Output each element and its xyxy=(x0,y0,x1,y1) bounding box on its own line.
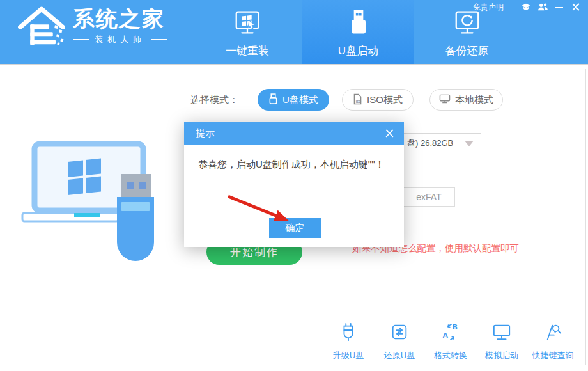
close-icon[interactable] xyxy=(383,127,395,139)
mode-label: U盘模式 xyxy=(282,94,318,106)
graduation-cap-icon[interactable] xyxy=(520,1,532,13)
format-convert-icon: A B xyxy=(441,322,460,344)
format-option-exfat[interactable]: exFAT xyxy=(403,187,455,207)
titlebar-controls: 免责声明 xyxy=(473,0,588,14)
tab-usb-boot[interactable]: U盘启动 xyxy=(302,0,414,64)
tool-hotkey-query[interactable]: 快捷键查询 xyxy=(524,322,582,361)
minimize-icon[interactable] xyxy=(553,1,565,13)
caret-down-icon[interactable] xyxy=(465,141,474,146)
usb-drive-icon xyxy=(344,8,373,40)
usb-restore-icon xyxy=(390,322,409,344)
svg-text:A: A xyxy=(442,331,449,340)
users-icon[interactable] xyxy=(537,1,548,13)
app-window: 系统之家 装机大师 xyxy=(0,0,588,371)
tool-label: 模拟启动 xyxy=(485,350,518,361)
tool-format-convert[interactable]: A B 格式转换 xyxy=(422,322,479,361)
disclaimer-link[interactable]: 免责声明 xyxy=(473,2,504,13)
tool-simulate-boot[interactable]: 模拟启动 xyxy=(473,322,530,361)
iso-file-icon: ISO xyxy=(353,93,362,107)
mode-local-button[interactable]: 本地模式 xyxy=(429,89,503,111)
dash-right xyxy=(151,39,167,40)
monitor-windows-icon xyxy=(233,8,262,40)
device-select-value: 盘) 26.82GB xyxy=(407,138,453,149)
content-right-border xyxy=(585,69,586,365)
tab-label: U盘启动 xyxy=(338,43,378,58)
tool-label: 快捷键查询 xyxy=(532,350,574,361)
monitor-icon xyxy=(492,322,511,344)
titlebar: 系统之家 装机大师 xyxy=(0,0,588,65)
laptop-usb-illustration xyxy=(19,138,166,271)
tool-restore-usb[interactable]: 还原U盘 xyxy=(371,322,428,361)
usb-plug-icon xyxy=(339,322,358,344)
hotkey-search-icon xyxy=(543,322,562,344)
success-dialog: 提示 恭喜您，启动U盘制作成功，本机启动键""！ 确定 xyxy=(184,122,404,247)
mode-select-label: 选择模式： xyxy=(190,94,238,106)
tool-upgrade-usb[interactable]: 升级U盘 xyxy=(320,322,377,361)
monitor-icon xyxy=(439,93,451,106)
dialog-message: 恭喜您，启动U盘制作成功，本机启动键""！ xyxy=(198,157,394,172)
tab-label: 一键重装 xyxy=(226,43,269,58)
tab-label: 备份还原 xyxy=(445,43,489,58)
mode-label: 本地模式 xyxy=(455,94,493,106)
brand-subtitle: 装机大师 xyxy=(73,34,167,45)
tool-label: 升级U盘 xyxy=(333,350,364,361)
brand-title: 系统之家 xyxy=(73,7,167,31)
tool-label: 还原U盘 xyxy=(384,350,415,361)
house-icon xyxy=(17,4,66,49)
brand-text: 系统之家 装机大师 xyxy=(73,7,167,45)
brand-logo: 系统之家 装机大师 xyxy=(17,4,167,49)
tool-label: 格式转换 xyxy=(434,350,467,361)
usb-icon xyxy=(268,93,278,107)
close-icon[interactable] xyxy=(570,1,582,13)
tab-one-key-reinstall[interactable]: 一键重装 xyxy=(209,0,286,64)
mode-usb-button[interactable]: U盘模式 xyxy=(258,89,329,111)
svg-text:B: B xyxy=(453,323,458,331)
brand-subtitle-label: 装机大师 xyxy=(95,34,146,45)
ok-button[interactable]: 确定 xyxy=(269,218,321,238)
svg-text:ISO: ISO xyxy=(356,100,362,104)
dialog-title: 提示 xyxy=(196,127,215,139)
dialog-titlebar: 提示 xyxy=(184,122,404,145)
mode-iso-button[interactable]: ISO ISO模式 xyxy=(342,89,414,111)
dash-left xyxy=(73,39,89,40)
mode-label: ISO模式 xyxy=(367,94,403,106)
